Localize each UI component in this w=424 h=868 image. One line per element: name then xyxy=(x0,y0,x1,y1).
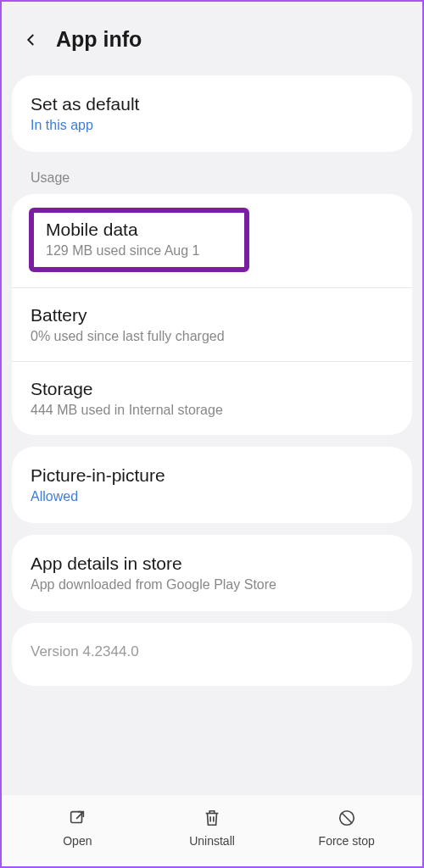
pip-title: Picture-in-picture xyxy=(31,465,393,486)
storage-item[interactable]: Storage 444 MB used in Internal storage xyxy=(12,362,412,435)
page-title: App info xyxy=(56,27,142,52)
mobile-data-item[interactable]: Mobile data 129 MB used since Aug 1 xyxy=(12,194,412,288)
usage-card: Mobile data 129 MB used since Aug 1 Batt… xyxy=(12,194,412,435)
back-button[interactable] xyxy=(22,31,41,49)
version-item: Version 4.2344.0 xyxy=(12,623,412,686)
svg-rect-0 xyxy=(71,812,82,823)
highlight-annotation: Mobile data 129 MB used since Aug 1 xyxy=(29,208,249,272)
picture-in-picture-item[interactable]: Picture-in-picture Allowed xyxy=(12,447,412,523)
pip-sub: Allowed xyxy=(31,489,393,504)
open-label: Open xyxy=(63,834,92,848)
force-stop-label: Force stop xyxy=(319,834,375,848)
battery-title: Battery xyxy=(31,305,393,326)
header: App info xyxy=(2,2,422,75)
usage-section-label: Usage xyxy=(2,164,422,194)
version-text: Version 4.2344.0 xyxy=(31,643,393,660)
mobile-data-title: Mobile data xyxy=(46,220,232,240)
open-button[interactable]: Open xyxy=(10,809,145,848)
uninstall-button[interactable]: Uninstall xyxy=(145,809,280,848)
store-title: App details in store xyxy=(31,554,393,574)
store-sub: App downloaded from Google Play Store xyxy=(31,577,393,593)
svg-line-5 xyxy=(342,814,351,823)
mobile-data-sub: 129 MB used since Aug 1 xyxy=(46,243,232,259)
app-details-store-item[interactable]: App details in store App downloaded from… xyxy=(12,535,412,611)
set-as-default-item[interactable]: Set as default In this app xyxy=(12,75,412,152)
force-stop-button[interactable]: Force stop xyxy=(279,809,414,848)
battery-sub: 0% used since last fully charged xyxy=(31,329,393,344)
open-icon xyxy=(68,809,86,827)
storage-title: Storage xyxy=(31,379,393,399)
uninstall-label: Uninstall xyxy=(189,834,235,848)
stop-icon xyxy=(338,809,356,827)
battery-item[interactable]: Battery 0% used since last fully charged xyxy=(12,288,412,362)
set-as-default-title: Set as default xyxy=(31,94,393,114)
set-as-default-sub: In this app xyxy=(31,118,393,133)
storage-sub: 444 MB used in Internal storage xyxy=(31,403,393,418)
trash-icon xyxy=(203,809,221,827)
bottom-bar: Open Uninstall Force stop xyxy=(2,794,422,866)
chevron-left-icon xyxy=(24,32,39,47)
